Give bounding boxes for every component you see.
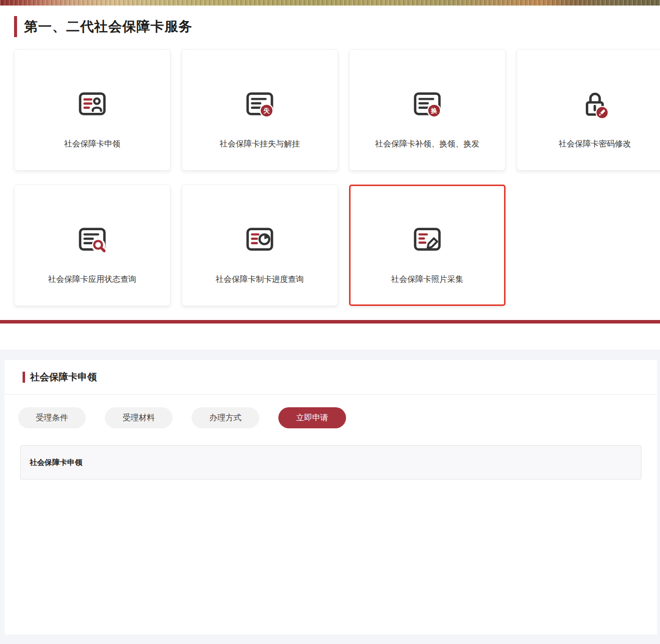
service-card-password[interactable]: 社会保障卡密码修改 [517,49,660,171]
lock-edit-badge-icon [579,88,610,120]
replace-badge-char: 换 [430,107,437,114]
apply-panel-header: 社会保障卡申领 [5,360,657,395]
service-card-label: 社会保障卡密码修改 [559,139,631,149]
card-replace-badge-icon: 换 [412,88,443,120]
title-accent-bar [14,16,17,37]
service-card-label: 社会保障卡申领 [64,139,120,149]
service-card-label: 社会保障卡应用状态查询 [48,274,136,285]
tab-acceptance-materials[interactable]: 受理材料 [105,407,173,428]
service-card-label: 社会保障卡照片采集 [391,274,463,285]
decorative-photo-strip [0,0,660,6]
card-photo-edit-icon [412,223,443,255]
service-card-replace[interactable]: 换 社会保障卡补领、换领、换发 [349,49,506,171]
apply-content-heading: 社会保障卡申领 [30,458,82,467]
service-card-apply[interactable]: 社会保障卡申领 [14,49,171,171]
apply-section-background: 社会保障卡申领 受理条件 受理材料 办理方式 立即申请 社会保障卡申领 [0,350,660,644]
service-card-label: 社会保障卡补领、换领、换发 [375,139,479,149]
loss-badge-char: 失 [263,107,270,114]
services-section-header: 第一、二代社会保障卡服务 [14,16,660,37]
service-card-grid: 社会保障卡申领 失 社会保障卡挂失与解挂 [14,49,660,306]
card-person-icon [77,88,108,120]
card-loss-badge-icon: 失 [244,88,275,120]
service-card-photo-collection[interactable]: 社会保障卡照片采集 [349,185,506,306]
red-section-divider [0,320,660,324]
apply-content-box: 社会保障卡申领 [20,445,641,479]
card-progress-clock-icon [244,223,275,255]
card-search-icon [77,223,108,255]
tab-handling-method[interactable]: 办理方式 [192,407,259,428]
service-card-progress-query[interactable]: 社会保障卡制卡进度查询 [182,185,338,306]
service-card-status-query[interactable]: 社会保障卡应用状态查询 [14,185,171,306]
title-accent-bar [23,372,25,383]
service-card-label: 社会保障卡制卡进度查询 [216,274,304,285]
apply-panel-title: 社会保障卡申领 [30,371,97,384]
service-card-label: 社会保障卡挂失与解挂 [220,139,300,149]
services-section: 第一、二代社会保障卡服务 社会保障卡申领 [0,6,660,306]
apply-tabs: 受理条件 受理材料 办理方式 立即申请 [18,407,657,428]
apply-panel: 社会保障卡申领 受理条件 受理材料 办理方式 立即申请 社会保障卡申领 [5,360,657,634]
tab-acceptance-conditions[interactable]: 受理条件 [18,407,86,428]
service-card-loss-report[interactable]: 失 社会保障卡挂失与解挂 [182,49,338,171]
services-section-title: 第一、二代社会保障卡服务 [24,18,193,36]
tab-apply-now[interactable]: 立即申请 [278,407,346,428]
